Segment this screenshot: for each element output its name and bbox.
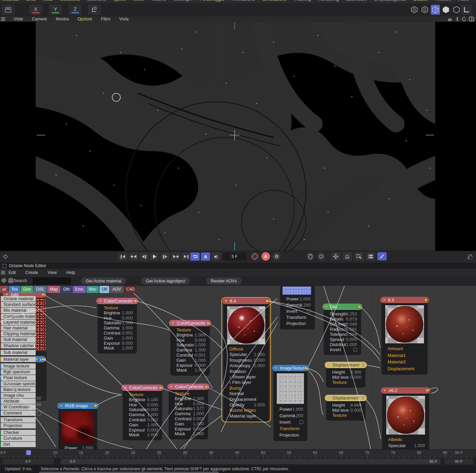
param-mask[interactable]: Mask1.000	[172, 368, 208, 373]
display-mode-button-1[interactable]	[410, 5, 419, 15]
node-material-6-4[interactable]: 6.4DiffuseSpecular1.000Roughness0.000Ani…	[222, 298, 270, 422]
tab-ems[interactable]: Ems	[73, 286, 86, 293]
menu-simulazione[interactable]: Simulazione	[262, 0, 287, 2]
param-hue[interactable]: Hue0.000	[99, 316, 135, 321]
node-header[interactable]: RGB image	[57, 403, 99, 409]
axis-lock-y[interactable]: Y	[49, 4, 62, 15]
menu-rendering[interactable]: Rendering	[318, 0, 339, 2]
display-mode-button-5[interactable]	[452, 5, 461, 15]
move-tool-button[interactable]	[331, 252, 340, 260]
menu-item-dirt[interactable]: Dirt	[0, 442, 36, 447]
zoom-updown-icon[interactable]	[455, 17, 460, 21]
param-round-edges[interactable]: Round edges	[225, 408, 267, 413]
param-albedo[interactable]: Albedo	[384, 437, 427, 443]
param-power[interactable]: Power1.000	[275, 406, 306, 412]
param-texture[interactable]: Texture	[170, 391, 206, 396]
menu-mograph[interactable]: MoGraph	[174, 0, 192, 2]
param-gain[interactable]: Gain1.000	[99, 336, 135, 341]
goto-start-button[interactable]	[118, 252, 128, 261]
display-mode-button-2[interactable]	[420, 5, 429, 15]
param-checkbox[interactable]	[300, 420, 303, 424]
param-projection[interactable]: Projection	[275, 432, 306, 438]
param-specular[interactable]: Specular1.000	[225, 352, 267, 357]
output-port[interactable]	[304, 366, 307, 370]
param-gamma[interactable]: Gamma1.000	[170, 411, 206, 417]
param-contrast[interactable]: Contrast0.001	[172, 353, 208, 358]
collapse-triangle-icon[interactable]	[327, 364, 330, 368]
editor-menu-help[interactable]: Help	[66, 270, 75, 276]
viewport-3d[interactable]: Y X Z	[0, 22, 476, 251]
param-brightne[interactable]: Brightne1.000	[99, 311, 135, 316]
viewport-menu-opzioni[interactable]: Opzioni	[78, 16, 92, 22]
param-checkbox[interactable]	[307, 309, 311, 313]
menu-item-layered-material[interactable]: Layered material	[0, 320, 36, 325]
menu-item-clipping-material[interactable]: Clipping material	[0, 331, 36, 337]
menu-item-image-tiles[interactable]: Image tiles	[0, 393, 36, 398]
param-saturatio[interactable]: Saturatio0.000	[124, 407, 160, 412]
collapse-triangle-icon[interactable]	[124, 387, 127, 390]
param-bump[interactable]: Bump	[225, 386, 267, 391]
param-material1[interactable]: Material1	[383, 352, 426, 359]
param-roughness[interactable]: Roughness0.000	[225, 358, 267, 363]
mouse-mode-button[interactable]	[306, 252, 314, 261]
param-distribut[interactable]: Distribut1.000	[325, 342, 359, 347]
hamburger-icon[interactable]	[1, 271, 5, 274]
collapse-triangle-icon[interactable]	[275, 367, 277, 371]
orbit-tool-button[interactable]	[343, 252, 352, 260]
output-port[interactable]	[362, 396, 365, 399]
node-header[interactable]: ColorCorrectio	[121, 385, 164, 391]
tab-oth[interactable]: Oth	[61, 286, 72, 293]
param-checkbox[interactable]	[353, 348, 357, 352]
param-texture[interactable]: Texture	[99, 306, 135, 311]
output-port[interactable]	[41, 293, 45, 296]
param-texture[interactable]: Texture	[328, 380, 364, 385]
menu-strumenti[interactable]: Strumenti	[87, 0, 106, 2]
param-amount[interactable]: Amount	[383, 345, 426, 352]
param-gain[interactable]: Gain1.000	[170, 422, 206, 427]
node-header[interactable]: ColorCorrectio	[169, 320, 211, 326]
tab-gen[interactable]: Gen	[21, 286, 33, 293]
param-invert[interactable]: Invert	[275, 419, 306, 425]
menu-item-composite-material[interactable]: Composite material	[0, 314, 36, 319]
output-port[interactable]	[159, 386, 162, 389]
node-displacement-2[interactable]: DisplacementHeight9.669Mid leve0.000Text…	[325, 395, 367, 421]
param-invert[interactable]: Invert	[325, 347, 359, 352]
param-rotation[interactable]: Rotation	[225, 369, 267, 374]
output-port[interactable]	[205, 385, 208, 388]
param-exposur[interactable]: Exposur0.000	[124, 428, 160, 433]
node-graph-canvas[interactable]: atTexGenOSLMapOthEmsMecUtlAOVC4D 00 00 A…	[0, 286, 476, 449]
prev-key-button[interactable]	[129, 252, 138, 261]
menu-item-null-material[interactable]: Null material	[0, 337, 36, 342]
editor-menu-view[interactable]: View	[48, 270, 57, 276]
param-material-layer[interactable]: Material layer	[225, 413, 267, 419]
output-port[interactable]	[94, 404, 97, 407]
menu-item-rgb-spectrum[interactable]: Rgb spectrum	[0, 369, 36, 375]
param-contrast[interactable]: Contrast0.001	[170, 417, 206, 422]
editor-menu-edit[interactable]: Edit	[8, 270, 16, 276]
menu-octane[interactable]: Octane	[413, 0, 427, 2]
tab-utl[interactable]: Utl	[100, 286, 109, 293]
menu-item-float-texture[interactable]: Float texture	[0, 375, 36, 380]
param-gamma[interactable]: Gamma1.000	[99, 326, 135, 331]
param-details[interactable]: Details0.073	[325, 316, 359, 322]
screen-project-button[interactable]	[354, 252, 363, 260]
collapse-triangle-icon[interactable]	[383, 299, 386, 303]
param-gamma[interactable]: Gamma2.200	[282, 302, 313, 308]
tab-mec[interactable]: Mec	[86, 286, 99, 293]
menu-item-hair-material[interactable]: Hair material	[0, 325, 36, 331]
output-port[interactable]	[266, 299, 269, 303]
param-brightne[interactable]: Brightne1.000	[172, 333, 208, 338]
button-get-active-material[interactable]: Get Active material	[81, 277, 126, 284]
node-header[interactable]: 6.4	[222, 298, 270, 304]
output-port[interactable]	[424, 298, 427, 301]
param-height[interactable]: Height0.300	[328, 370, 364, 375]
node-header[interactable]: 6.3	[380, 297, 429, 303]
param-projection[interactable]: Projection	[282, 321, 313, 327]
node-header[interactable]: #6.2	[381, 387, 430, 394]
menu-item-checker[interactable]: Checker	[0, 430, 36, 435]
node-dirt[interactable]: DirtStrength4.253Details0.073Dirt map0.0…	[322, 304, 362, 355]
keyframe-settings-button[interactable]	[272, 252, 281, 261]
viewport-menu-mostra[interactable]: Mostra	[56, 16, 69, 22]
tab-c4d[interactable]: C4D	[124, 286, 137, 293]
node-colorcorrection-1[interactable]: ColorCorrectioTextureBrightne1.000Hue0.0…	[96, 298, 138, 354]
